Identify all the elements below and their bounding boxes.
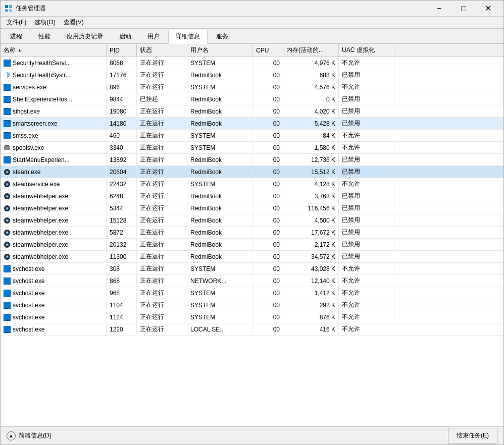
cell-pid: 308 [107,263,137,274]
cell-cpu: 00 [253,214,283,226]
cell-status: 正在运行 [137,154,187,165]
cell-cpu: 00 [253,275,283,287]
cell-cpu: 00 [253,227,283,238]
proc-icon-blue [4,302,11,309]
process-table: 名称 ▲ PID 状态 用户名 CPU 内存(活动的... UAC 虚拟化 Se… [1,44,503,426]
cell-cpu: 00 [253,93,283,105]
cell-username: LOCAL SE... [187,323,253,335]
table-row[interactable]: steam.exe20604正在运行RedmiBook0015,512 K已禁用 [1,166,503,178]
table-row[interactable]: StartMenuExperien...13892正在运行RedmiBook00… [1,154,503,166]
table-row[interactable]: steamwebhelper.exe15128正在运行RedmiBook004,… [1,214,503,227]
cell-pid: 19080 [107,105,137,117]
cell-memory: 3,768 K [283,190,339,202]
cell-pid: 11300 [107,251,137,262]
table-row[interactable]: svchost.exe968正在运行SYSTEM001,412 K不允许 [1,287,503,299]
tab-details[interactable]: 详细信息 [168,30,208,44]
col-uac[interactable]: UAC 虚拟化 [339,44,394,57]
cell-pid: 968 [107,287,137,299]
table-row[interactable]: steamservice.exe22432正在运行SYSTEM004,128 K… [1,178,503,190]
col-username[interactable]: 用户名 [187,44,253,57]
cell-username: RedmiBook [187,118,253,129]
table-row[interactable]: svchost.exe1124正在运行SYSTEM00876 K不允许 [1,311,503,323]
table-row[interactable]: steamwebhelper.exe6248正在运行RedmiBook003,7… [1,190,503,202]
cell-uac: 不允许 [339,287,394,299]
cell-pid: 6248 [107,190,137,202]
cell-username: RedmiBook [187,93,253,105]
cell-name: SecurityHealthSystr... [1,69,107,81]
cell-username: RedmiBook [187,190,253,202]
table-row[interactable]: steamwebhelper.exe11300正在运行RedmiBook0034… [1,251,503,263]
table-body: SecurityHealthServi...8068正在运行SYSTEM004,… [1,57,503,426]
cell-name: svchost.exe [1,323,107,335]
cell-uac: 不允许 [339,57,394,69]
close-button[interactable]: ✕ [476,1,499,17]
summary-toggle[interactable]: ▲ 简略信息(D) [7,431,52,440]
table-row[interactable]: steamwebhelper.exe5872正在运行RedmiBook0017,… [1,227,503,239]
cell-memory: 292 K [283,299,339,311]
table-row[interactable]: svchost.exe308正在运行SYSTEM0043,028 K不允许 [1,263,503,275]
cell-memory: 15,512 K [283,166,339,178]
cell-memory: 416 K [283,323,339,335]
proc-icon-steam [4,181,11,188]
cell-uac: 已禁用 [339,239,394,250]
cell-name: steamwebhelper.exe [1,227,107,238]
svg-rect-5 [5,145,9,146]
menu-item-options[interactable]: 选项(O) [30,17,59,28]
cell-status: 正在运行 [137,178,187,190]
table-row[interactable]: steamwebhelper.exe20132正在运行RedmiBook002,… [1,239,503,251]
cell-cpu: 00 [253,57,283,69]
tab-startup[interactable]: 启动 [112,30,139,43]
svg-point-20 [7,219,8,221]
table-row[interactable]: services.exe896正在运行SYSTEM004,576 K不允许 [1,81,503,93]
cell-username: RedmiBook [187,251,253,262]
tab-users[interactable]: 用户 [140,30,167,43]
table-row[interactable]: sihost.exe19080正在运行RedmiBook004,020 K已禁用 [1,105,503,118]
cell-pid: 1220 [107,323,137,335]
table-row[interactable]: smartscreen.exe14180正在运行RedmiBook005,428… [1,118,503,130]
table-row[interactable]: spoolsv.exe3340正在运行SYSTEM001,580 K不允许 [1,142,503,154]
table-row[interactable]: steamwebhelper.exe5344正在运行RedmiBook00116… [1,202,503,214]
menu-item-file[interactable]: 文件(F) [3,17,30,28]
cell-name: StartMenuExperien... [1,154,107,165]
col-name[interactable]: 名称 ▲ [1,44,107,57]
col-pid[interactable]: PID [107,44,137,57]
cell-status: 正在运行 [137,81,187,93]
table-row[interactable]: svchost.exe1220正在运行LOCAL SE...00416 K不允许 [1,323,503,336]
table-row[interactable]: SecurityHealthServi...8068正在运行SYSTEM004,… [1,57,503,69]
table-row[interactable]: svchost.exe1104正在运行SYSTEM00292 K不允许 [1,299,503,311]
cell-uac: 已禁用 [339,214,394,226]
col-memory[interactable]: 内存(活动的... [283,44,339,57]
tab-app-history[interactable]: 应用历史记录 [59,30,111,43]
cell-uac: 不允许 [339,263,394,274]
cell-pid: 14180 [107,118,137,129]
cell-cpu: 00 [253,263,283,274]
table-row[interactable]: ShellExperienceHos...9844已挂起RedmiBook000… [1,93,503,105]
cell-cpu: 00 [253,105,283,117]
cell-memory: 12,736 K [283,154,339,165]
proc-icon-blue [4,108,11,115]
cell-username: SYSTEM [187,178,253,190]
svg-rect-0 [5,5,8,8]
cell-name: spoolsv.exe [1,142,107,153]
proc-icon-steam [4,169,11,176]
tab-performance[interactable]: 性能 [31,30,58,43]
proc-icon-blue [4,84,11,91]
table-row[interactable]: smss.exe460正在运行SYSTEM0084 K不允许 [1,130,503,142]
tab-processes[interactable]: 进程 [3,30,30,43]
menu-item-view[interactable]: 查看(V) [60,17,88,28]
cell-uac: 不允许 [339,299,394,311]
table-row[interactable]: svchost.exe868正在运行NETWORK...0012,140 K不允… [1,275,503,287]
cell-memory: 84 K [283,130,339,141]
tab-services[interactable]: 服务 [209,30,236,43]
restore-button[interactable]: □ [452,1,475,17]
cell-pid: 1124 [107,311,137,323]
proc-icon-steam [4,217,11,224]
cell-status: 正在运行 [137,190,187,202]
col-cpu[interactable]: CPU [253,44,283,57]
cell-name: sihost.exe [1,105,107,117]
minimize-button[interactable]: − [428,1,451,17]
table-row[interactable]: SecurityHealthSystr...17176正在运行RedmiBook… [1,69,503,81]
cell-username: SYSTEM [187,263,253,274]
col-status[interactable]: 状态 [137,44,187,57]
end-task-button[interactable]: 结束任务(E) [448,428,497,443]
